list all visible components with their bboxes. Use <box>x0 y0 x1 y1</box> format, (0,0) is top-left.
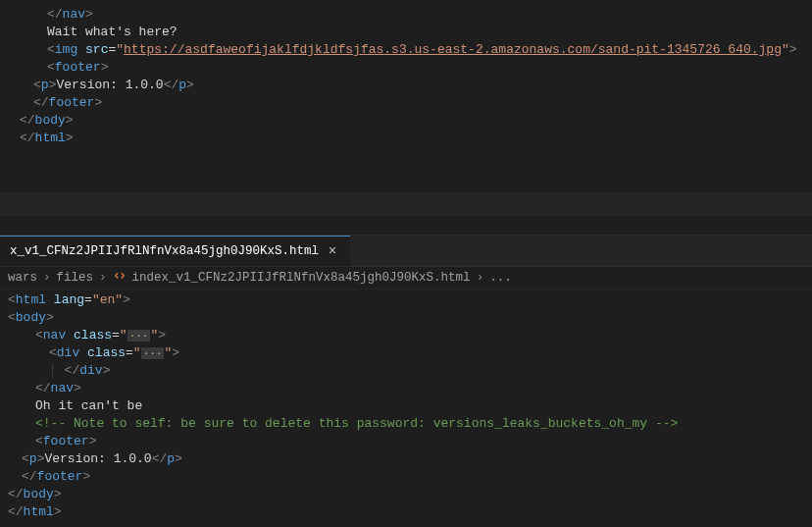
tab-filename: x_v1_CFNz2JPIIJfRlNfnVx8a45jgh0J90KxS.ht… <box>10 244 319 258</box>
chevron-right-icon: › <box>43 271 51 285</box>
code-file-icon <box>113 271 127 285</box>
breadcrumb-segment[interactable]: wars <box>8 271 37 285</box>
code-line[interactable]: </body> <box>8 486 812 503</box>
code-line[interactable]: <html lang="en"> <box>8 291 812 309</box>
code-area-top[interactable]: </nav> Wait what's here? <img src="https… <box>0 4 812 147</box>
code-line[interactable]: </html> <box>20 130 812 147</box>
code-line[interactable]: <nav class="···"> <box>8 327 812 344</box>
code-line[interactable]: <p>Version: 1.0.0</p> <box>20 77 812 94</box>
chevron-right-icon: › <box>477 271 484 285</box>
code-line[interactable]: <body> <box>8 309 812 327</box>
code-line[interactable]: Oh it can't be <box>8 397 812 415</box>
code-line[interactable]: </footer> <box>8 468 812 486</box>
code-line[interactable]: </nav> <box>20 6 812 24</box>
tab-active[interactable]: x_v1_CFNz2JPIIJfRlNfnVx8a45jgh0J90KxS.ht… <box>0 236 350 266</box>
breadcrumb-file[interactable]: index_v1_CFNz2JPIIJfRlNfnVx8a45jgh0J90Kx… <box>132 271 471 285</box>
breadcrumb: wars › files › index_v1_CFNz2JPIIJfRlNfn… <box>0 267 812 290</box>
folded-code-icon[interactable]: ··· <box>141 347 165 359</box>
code-line[interactable]: <img src="https://asdfaweofijaklfdjkldfs… <box>20 41 812 59</box>
code-line[interactable]: </body> <box>20 112 812 130</box>
code-area-bottom[interactable]: <html lang="en"> <body> <nav class="···"… <box>0 290 812 521</box>
tab-bar: x_v1_CFNz2JPIIJfRlNfnVx8a45jgh0J90KxS.ht… <box>0 236 812 267</box>
pane-separator[interactable] <box>0 192 812 236</box>
breadcrumb-ellipsis[interactable]: ... <box>489 271 512 285</box>
code-line[interactable]: <p>Version: 1.0.0</p> <box>8 450 812 468</box>
close-icon[interactable]: × <box>325 243 340 259</box>
folded-code-icon[interactable]: ··· <box>127 330 151 342</box>
code-line[interactable]: </nav> <box>8 380 812 397</box>
code-line-comment[interactable]: <!-- Note to self: be sure to delete thi… <box>8 415 812 433</box>
code-line[interactable]: │ </div> <box>8 362 812 380</box>
code-line[interactable]: Wait what's here? <box>20 24 812 41</box>
url-link[interactable]: https://asdfaweofijaklfdjkldfsjfas.s3.us… <box>124 42 782 57</box>
editor-pane-top: </nav> Wait what's here? <img src="https… <box>0 0 812 192</box>
code-line[interactable]: <footer> <box>20 59 812 77</box>
code-line[interactable]: <footer> <box>8 433 812 450</box>
code-line[interactable]: </footer> <box>20 94 812 112</box>
code-line[interactable]: </html> <box>8 503 812 521</box>
breadcrumb-segment[interactable]: files <box>57 271 94 285</box>
chevron-right-icon: › <box>99 271 107 285</box>
code-line[interactable]: <div class="···"> <box>8 344 812 362</box>
